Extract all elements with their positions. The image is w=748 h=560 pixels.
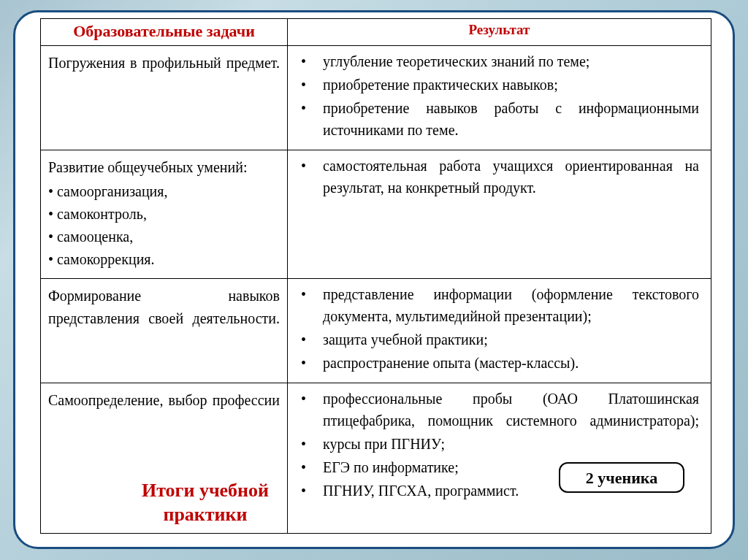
task-cell: Формирование навыков представления своей…: [41, 279, 288, 383]
header-tasks: Образовательные задачи: [41, 19, 288, 46]
result-item: распространение опыта (мастер-классы).: [294, 352, 699, 374]
result-item: курсы при ПГНИУ;: [294, 433, 699, 455]
table-row: Формирование навыков представления своей…: [41, 279, 711, 383]
result-item: защита учебной практики;: [294, 329, 699, 350]
result-item: углубление теоретических знаний по теме;: [294, 50, 699, 72]
table-row: Развитие общеучебных умений: самоорганиз…: [41, 150, 711, 279]
result-item: приобретение навыков работы с информацио…: [294, 97, 699, 141]
table-row: Погружения в профильный предмет. углубле…: [41, 46, 711, 150]
task-sublist: самоорганизация, самоконтроль, самооценк…: [48, 180, 280, 271]
task-text: Самоопределение, выбор профессии: [48, 389, 280, 412]
result-item: самостоятельная работа учащихся ориентир…: [294, 155, 699, 199]
task-text: Погружения в профильный предмет.: [48, 52, 280, 74]
header-result: Результат: [288, 19, 711, 46]
result-cell: самостоятельная работа учащихся ориентир…: [288, 150, 711, 279]
result-item: приобретение практических навыков;: [294, 74, 699, 96]
slide-frame: Образовательные задачи Результат Погруже…: [13, 10, 735, 549]
sublist-item: самоконтроль,: [48, 203, 280, 226]
student-count-badge: 2 ученика: [559, 462, 684, 493]
task-cell: Развитие общеучебных умений: самоорганиз…: [41, 150, 288, 279]
footer-title: Итоги учебной практики: [110, 479, 300, 526]
result-cell: представление информации (оформление тек…: [288, 279, 711, 383]
task-text: Формирование навыков представления своей…: [48, 285, 280, 330]
task-intro: Развитие общеучебных умений:: [48, 156, 280, 179]
task-cell: Погружения в профильный предмет.: [41, 46, 288, 150]
result-item: профессиональные пробы (ОАО Платошинская…: [294, 388, 699, 431]
result-item: представление информации (оформление тек…: [294, 283, 699, 327]
result-cell: профессиональные пробы (ОАО Платошинская…: [288, 383, 711, 534]
tasks-table: Образовательные задачи Результат Погруже…: [40, 18, 711, 534]
sublist-item: самокоррекция.: [48, 248, 280, 271]
sublist-item: самооценка,: [48, 226, 280, 248]
table-header-row: Образовательные задачи Результат: [41, 19, 711, 46]
sublist-item: самоорганизация,: [48, 180, 280, 203]
result-cell: углубление теоретических знаний по теме;…: [288, 46, 711, 150]
